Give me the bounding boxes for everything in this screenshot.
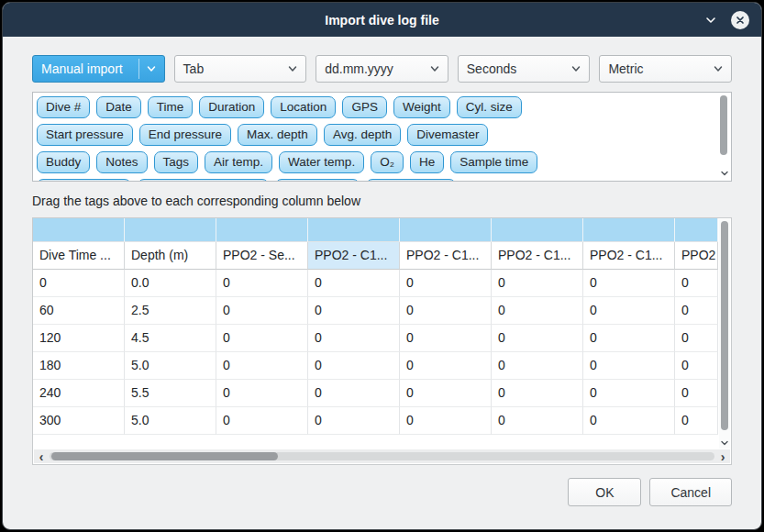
tag-weight[interactable]: Weight [393,96,450,118]
column-drop-zone[interactable] [675,218,718,242]
tag-tags[interactable]: Tags [154,151,199,173]
table-scroll-down-button[interactable] [719,438,730,448]
table-cell: 0 [583,407,675,435]
tag-air-temp[interactable]: Air temp. [205,151,272,173]
tag-panel-scrollbar-thumb[interactable] [720,95,727,155]
cancel-button[interactable]: Cancel [649,478,732,506]
close-button[interactable] [731,11,749,29]
column-drop-zone[interactable] [216,218,308,242]
tag-notes[interactable]: Notes [96,151,147,173]
import-mode-select[interactable]: Manual import [32,55,165,83]
table-cell: 0 [492,270,583,297]
tag-buddy[interactable]: Buddy [37,151,90,173]
column-drop-zone[interactable] [400,218,492,242]
table-cell: 300 [33,407,125,435]
date-format-select[interactable]: dd.mm.yyyy [316,55,448,83]
tag-sample-po[interactable]: Sample pO₂ [275,179,360,182]
tag-duration[interactable]: Duration [199,96,264,118]
table-cell: 60 [33,297,125,325]
table-body: 00.0000000602.50000001204.50000001805.00… [33,270,718,435]
column-header[interactable]: PPO2 - C1... [308,242,400,270]
tag-location[interactable]: Location [271,96,336,118]
column-drop-zone[interactable] [308,218,400,242]
column-header[interactable]: Dive Time ... [33,242,125,270]
tag-sample-temperature[interactable]: Sample temperature [138,179,268,182]
table-cell: 180 [33,352,125,380]
tag-sample-time[interactable]: Sample time [450,151,537,173]
preview-table: Dive Time ...Depth (m)PPO2 - Se...PPO2 -… [32,217,732,465]
tag-sample-depth[interactable]: Sample depth [37,179,131,182]
column-header[interactable]: PPO2 - C1... [583,242,675,270]
tag-dive[interactable]: Dive # [37,96,90,118]
table-cell: 5.0 [125,352,216,380]
table-cell: 4.5 [125,325,216,352]
tag-time[interactable]: Time [148,96,194,118]
table-cell: 0 [583,325,675,352]
table-vertical-scrollbar [719,219,730,449]
table-cell: 0 [675,407,718,435]
scroll-left-button[interactable]: ‹ [34,450,49,463]
table-row: 00.0000000 [33,270,718,297]
tag-row: Start pressureEnd pressureMax. depthAvg.… [37,124,713,146]
tag-he[interactable]: He [410,151,444,173]
tag-date[interactable]: Date [96,96,141,118]
duration-format-value: Seconds [467,61,516,76]
table-cell: 0 [583,352,675,380]
table-cell: 0 [675,352,718,380]
column-header[interactable]: PPO2 - C1... [400,242,492,270]
tag-divemaster[interactable]: Divemaster [407,124,488,146]
close-icon [735,15,746,26]
table-cell: 120 [33,325,125,352]
dropzone-row [33,218,718,242]
table-row: 2405.5000000 [33,380,718,407]
scroll-right-button[interactable]: › [715,450,730,463]
date-format-value: dd.mm.yyyy [325,61,393,76]
chevron-down-icon [706,62,725,75]
chevron-down-icon [138,59,158,79]
table-header-row: Dive Time ...Depth (m)PPO2 - Se...PPO2 -… [33,242,718,270]
table-cell: 0 [400,325,492,352]
table-cell: 0 [492,352,583,380]
tag-max-depth[interactable]: Max. depth [238,124,317,146]
import-options-row: Manual import Tab dd.mm.yyyy Seconds Met… [32,55,732,83]
column-drop-zone[interactable] [583,218,675,242]
table-cell: 0 [400,270,492,297]
table-cell: 0 [216,270,308,297]
column-drop-zone[interactable] [125,218,216,242]
table-cell: 0 [216,325,308,352]
tag-o[interactable]: O₂ [371,151,404,173]
table-horizontal-scrollbar: ‹ › [34,449,730,463]
column-header[interactable]: Depth (m) [125,242,216,270]
table-cell: 0 [216,407,308,435]
column-drop-zone[interactable] [492,218,583,242]
chevron-down-icon [564,62,582,75]
tag-sample-cns[interactable]: Sample CNS [366,179,456,182]
column-header[interactable]: PPO2 - C1... [492,242,583,270]
column-drop-zone[interactable] [33,218,125,242]
tag-cyl-size[interactable]: Cyl. size [457,96,522,118]
column-header[interactable]: PPO2 - Se... [216,242,308,270]
dialog-content: Manual import Tab dd.mm.yyyy Seconds Met… [3,37,761,506]
table-vertical-scrollbar-thumb[interactable] [721,221,728,430]
tag-start-pressure[interactable]: Start pressure [37,124,133,146]
horizontal-scrollbar-track[interactable] [50,452,714,460]
duration-format-select[interactable]: Seconds [458,55,591,83]
table-cell: 0 [216,380,308,407]
tag-panel-scroll-down-button[interactable] [719,169,729,178]
tag-gps[interactable]: GPS [342,96,387,118]
tag-end-pressure[interactable]: End pressure [139,124,231,146]
field-separator-select[interactable]: Tab [174,55,307,83]
window-title: Import dive log file [3,13,761,28]
horizontal-scrollbar-thumb[interactable] [51,452,278,460]
shade-button[interactable] [703,12,719,28]
table-cell: 0 [400,380,492,407]
tag-water-temp[interactable]: Water temp. [279,151,364,173]
ok-button[interactable]: OK [568,478,641,506]
table-cell: 0 [583,380,675,407]
tag-avg-depth[interactable]: Avg. depth [324,124,401,146]
tag-row: Dive #DateTimeDurationLocationGPSWeightC… [37,96,713,118]
units-select[interactable]: Metric [599,55,732,83]
column-header[interactable]: PPO2 [675,242,718,270]
table-cell: 0 [33,270,125,297]
table-row: 1204.5000000 [33,325,718,352]
